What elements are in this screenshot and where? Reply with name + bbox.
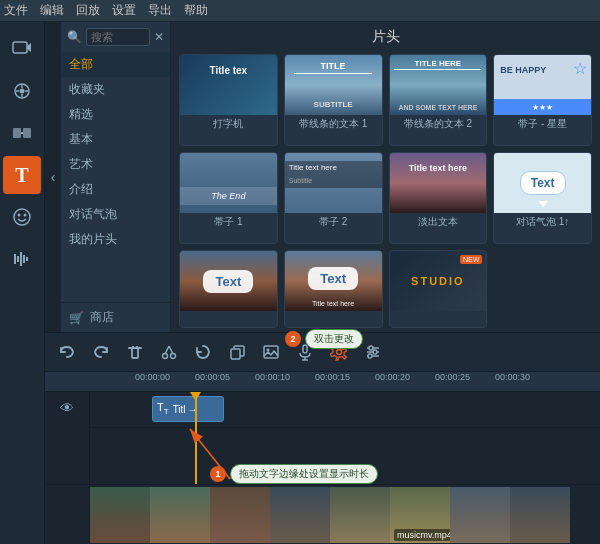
- template-text1-label: [180, 311, 277, 315]
- template-line1[interactable]: TITLE SUBTITLE 带线条的文本 1: [284, 54, 383, 146]
- shop-btn[interactable]: 🛒 商店: [61, 302, 170, 332]
- svg-rect-26: [303, 345, 307, 353]
- sidebar-item-art[interactable]: 艺术: [61, 152, 170, 177]
- text-track: TT Titl →: [90, 392, 600, 428]
- video-thumb-8: [510, 487, 570, 543]
- search-icon: 🔍: [67, 30, 82, 44]
- text-clip[interactable]: TT Titl →: [152, 396, 224, 422]
- sidebar-item-favorites[interactable]: 收藏夹: [61, 77, 170, 102]
- svg-rect-0: [13, 42, 27, 53]
- sidebar-item-basic[interactable]: 基本: [61, 127, 170, 152]
- timeline-sidebar: 👁: [45, 392, 90, 484]
- svg-line-21: [165, 346, 169, 354]
- close-icon[interactable]: ✕: [154, 30, 164, 44]
- template-line2[interactable]: TITLE HERE AND SOME TEXT HERE 带线条的文本 2: [389, 54, 488, 146]
- menubar: 文件 编辑 回放 设置 导出 帮助: [0, 0, 600, 22]
- ruler-15: 00:00:15: [315, 372, 350, 382]
- template-bubble[interactable]: Text 对话气泡 1↑: [493, 152, 592, 244]
- template-fade[interactable]: Title text here 淡出文本: [389, 152, 488, 244]
- template-grid: Title tex 打字机 TITLE SUBTITLE 带线条的文本 1: [171, 50, 600, 332]
- video-thumb-2: [150, 487, 210, 543]
- video-label: musicmv.mp4: [394, 529, 450, 541]
- template-grid-area: 片头 Title tex 打字机 TITLE SUBTITLE: [171, 22, 600, 332]
- video-thumb-7: [450, 487, 510, 543]
- page-title: 片头: [171, 22, 600, 50]
- video-thumb-3: [210, 487, 270, 543]
- sidebar-search-row: 🔍 ✕: [61, 22, 170, 50]
- sticker-btn[interactable]: [3, 198, 41, 236]
- menu-settings[interactable]: 设置: [112, 2, 136, 19]
- template-star-label: 带子 - 星星: [494, 115, 591, 133]
- title-btn[interactable]: T: [3, 156, 41, 194]
- template-studio[interactable]: STUDIO NEW: [389, 250, 488, 328]
- svg-point-35: [368, 354, 372, 358]
- svg-rect-9: [23, 128, 31, 138]
- template-typing-label: 打字机: [180, 115, 277, 133]
- video-track-label: [45, 485, 90, 544]
- template-typing[interactable]: Title tex 打字机: [179, 54, 278, 146]
- video-thumb-1: [90, 487, 150, 543]
- image-btn[interactable]: [257, 338, 285, 366]
- sidebar-item-featured[interactable]: 精选: [61, 102, 170, 127]
- template-end2[interactable]: Title text here Subtitle 帯子 2: [284, 152, 383, 244]
- video-btn[interactable]: [3, 30, 41, 68]
- top-section: ‹ 🔍 ✕ 全部 收藏夹 精选 基本 艺术 介绍 对话气泡 我的片头: [45, 22, 600, 332]
- video-thumbnails: musicmv.mp4: [90, 487, 600, 543]
- timeline-cursor: [195, 392, 197, 484]
- ruler-5: 00:00:05: [195, 372, 230, 382]
- scroll-left-btn[interactable]: ‹: [45, 22, 61, 332]
- menu-playback[interactable]: 回放: [76, 2, 100, 19]
- ruler-0: 00:00:00: [135, 372, 170, 382]
- delete-btn[interactable]: [121, 338, 149, 366]
- menu-export[interactable]: 导出: [148, 2, 172, 19]
- transition-btn[interactable]: [3, 114, 41, 152]
- template-line1-label: 带线条的文本 1: [285, 115, 382, 133]
- shop-label: 商店: [90, 309, 114, 326]
- annotation1-text: 拖动文字边缘处设置显示时长: [230, 464, 378, 484]
- menu-help[interactable]: 帮助: [184, 2, 208, 19]
- restore-btn[interactable]: [189, 338, 217, 366]
- cart-icon: 🛒: [69, 311, 84, 325]
- sidebar-item-bubble[interactable]: 对话气泡: [61, 202, 170, 227]
- copy-btn[interactable]: [223, 338, 251, 366]
- template-end1[interactable]: The End 帯子 1: [179, 152, 278, 244]
- cut-btn[interactable]: [155, 338, 183, 366]
- timeline-content: 👁 TT Titl →: [45, 392, 600, 484]
- ruler-30: 00:00:30: [495, 372, 530, 382]
- template-fade-label: 淡出文本: [390, 213, 487, 231]
- sidebar-item-all[interactable]: 全部: [61, 52, 170, 77]
- eye-toggle[interactable]: 👁: [56, 396, 78, 420]
- redo-btn[interactable]: [87, 338, 115, 366]
- svg-rect-24: [264, 346, 278, 358]
- sidebar-item-intro[interactable]: 介绍: [61, 177, 170, 202]
- svg-point-7: [20, 89, 25, 94]
- svg-point-20: [171, 354, 176, 359]
- content-panel: ‹ 🔍 ✕ 全部 收藏夹 精选 基本 艺术 介绍 对话气泡 我的片头: [45, 22, 600, 544]
- settings-btn[interactable]: [325, 338, 353, 366]
- template-studio-label: [390, 311, 487, 315]
- template-star[interactable]: ☆ BE HAPPY ★★★ 带子 - 星星: [493, 54, 592, 146]
- template-text1[interactable]: Text: [179, 250, 278, 328]
- ruler-20: 00:00:20: [375, 372, 410, 382]
- fx-btn[interactable]: [3, 72, 41, 110]
- menu-file[interactable]: 文件: [4, 2, 28, 19]
- search-input[interactable]: [86, 28, 150, 46]
- audio-btn[interactable]: [3, 240, 41, 278]
- menu-edit[interactable]: 编辑: [40, 2, 64, 19]
- template-text2[interactable]: Text Title text here: [284, 250, 383, 328]
- svg-point-13: [24, 214, 27, 217]
- svg-point-29: [337, 350, 342, 355]
- adjust-btn[interactable]: [359, 338, 387, 366]
- mic-btn[interactable]: [291, 338, 319, 366]
- timeline-ruler: 00:00:00 00:00:05 00:00:10 00:00:15 00:0…: [45, 372, 600, 392]
- sidebar-item-myhead[interactable]: 我的片头: [61, 227, 170, 252]
- main-area: T ‹ 🔍 ✕ 全部 收藏夹 精选: [0, 22, 600, 544]
- left-toolbar: T: [0, 22, 45, 544]
- svg-rect-8: [13, 128, 21, 138]
- svg-rect-23: [231, 349, 240, 359]
- template-text2-label: [285, 311, 382, 315]
- template-end2-label: 帯子 2: [285, 213, 382, 231]
- svg-point-19: [163, 354, 168, 359]
- ruler-marks: 00:00:00 00:00:05 00:00:10 00:00:15 00:0…: [135, 372, 600, 392]
- undo-btn[interactable]: [53, 338, 81, 366]
